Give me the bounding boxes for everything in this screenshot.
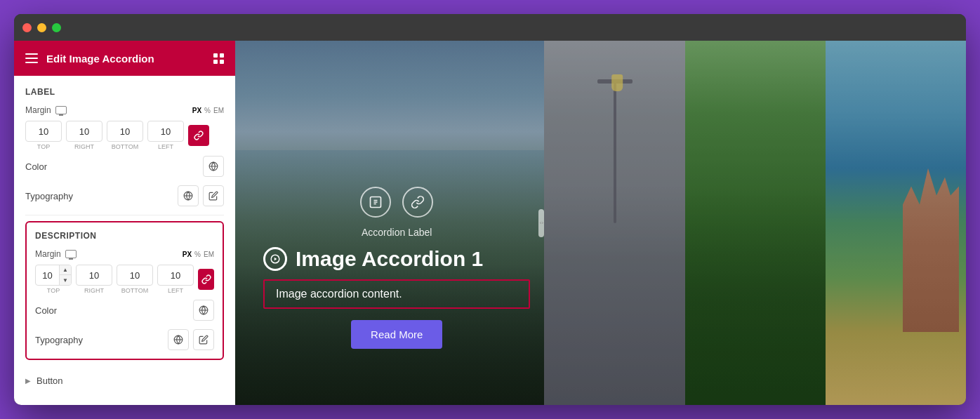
main-area: Edit Image Accordion Label Margin <box>14 41 966 405</box>
desc-margin-right-label: RIGHT <box>84 287 104 294</box>
label-margin-label: Margin <box>25 105 67 115</box>
accordion-panel-3 <box>685 41 826 405</box>
label-margin-top-input[interactable] <box>25 121 62 142</box>
button-section[interactable]: ▶ Button <box>25 368 224 393</box>
label-margin-inputs: TOP RIGHT BOTTOM LEFT <box>25 121 224 150</box>
sidebar-title: Edit Image Accordion <box>46 53 154 65</box>
label-margin-bottom-label: BOTTOM <box>112 143 138 150</box>
accordion-label: Accordion Label <box>362 227 432 238</box>
label-margin-row: Margin PX % EM <box>25 105 224 115</box>
desc-unit-px[interactable]: PX <box>183 251 192 258</box>
label-margin-left-group: LEFT <box>147 121 184 150</box>
label-color-controls <box>203 156 224 177</box>
desc-margin-link-button[interactable] <box>198 269 214 290</box>
label-margin-top-group: TOP <box>25 121 62 150</box>
label-margin-left-label: LEFT <box>158 143 173 150</box>
label-divider <box>25 215 224 215</box>
unit-em[interactable]: EM <box>213 107 224 114</box>
desc-stepper-up[interactable]: ▲ <box>60 265 71 275</box>
label-typography-row: Typography <box>25 185 224 206</box>
desc-margin-label: Margin <box>35 249 77 259</box>
panel-main-content: Accordion Label Image Accordion 1 <box>263 187 530 349</box>
desc-typography-controls <box>168 329 214 350</box>
maximize-button[interactable] <box>52 23 61 32</box>
label-margin-link-button[interactable] <box>188 125 209 146</box>
close-button[interactable] <box>22 23 32 32</box>
desc-color-global-button[interactable] <box>193 300 214 321</box>
label-typography-edit-button[interactable] <box>203 185 224 206</box>
desc-typography-row: Typography <box>35 329 214 350</box>
desc-color-controls <box>193 300 214 321</box>
desc-unit-em[interactable]: EM <box>204 251 214 258</box>
label-margin-top-label: TOP <box>37 143 50 150</box>
desc-margin-bottom-label: BOTTOM <box>121 287 148 294</box>
sidebar-content: Label Margin PX % EM <box>14 76 235 404</box>
accordion-title-row: Image Accordion 1 <box>263 247 530 271</box>
desc-margin-label-text: Margin <box>35 249 61 259</box>
accordion-panel-4 <box>826 41 966 405</box>
desc-stepper-down[interactable]: ▼ <box>60 275 71 285</box>
description-section: Description Margin PX % EM <box>25 221 224 360</box>
lamp-head <box>611 74 623 91</box>
unit-percent[interactable]: % <box>204 107 211 114</box>
desc-margin-right-group: RIGHT <box>76 265 112 294</box>
desc-margin-top-value: 10 <box>36 270 59 281</box>
label-margin-units: PX % EM <box>192 107 224 114</box>
preview-area: Accordion Label Image Accordion 1 <box>235 41 966 405</box>
titlebar <box>14 14 966 41</box>
desc-typography-edit-button[interactable] <box>193 329 214 350</box>
read-more-button[interactable]: Read More <box>351 320 442 349</box>
read-more-container: Read More <box>263 320 530 349</box>
accordion-icon-edit[interactable] <box>360 187 391 218</box>
label-section-title: Label <box>25 87 224 97</box>
button-section-chevron: ▶ <box>25 377 31 385</box>
label-typography-controls <box>178 185 224 206</box>
label-typography-label: Typography <box>25 191 73 201</box>
accordion-title: Image Accordion 1 <box>296 247 483 271</box>
desc-stepper-buttons: ▲ ▼ <box>59 265 71 285</box>
accordion-content-text: Image accordion content. <box>276 288 402 300</box>
label-color-global-button[interactable] <box>203 156 224 177</box>
desc-margin-top-label: TOP <box>47 287 60 294</box>
accordion-content-box: Image accordion content. <box>263 279 530 309</box>
panel-4-overlay <box>826 41 966 405</box>
label-margin-left-input[interactable] <box>147 121 184 142</box>
desc-margin-top-group: 10 ▲ ▼ TOP <box>35 265 72 294</box>
label-typography-global-button[interactable] <box>178 185 199 206</box>
play-icon[interactable] <box>263 247 287 271</box>
desc-typography-label: Typography <box>35 335 83 345</box>
margin-label-text: Margin <box>25 105 51 115</box>
desc-margin-row: Margin PX % EM <box>35 249 214 259</box>
desc-margin-top-stepper[interactable]: 10 ▲ ▼ <box>35 265 72 286</box>
minimize-button[interactable] <box>37 23 46 32</box>
desc-monitor-icon <box>65 250 77 258</box>
label-margin-right-label: RIGHT <box>74 143 94 150</box>
accordion-icon-link[interactable] <box>402 187 433 218</box>
label-margin-bottom-input[interactable] <box>107 121 143 142</box>
label-color-label: Color <box>25 161 47 172</box>
unit-px[interactable]: PX <box>192 107 201 114</box>
desc-unit-percent[interactable]: % <box>194 251 201 258</box>
desc-margin-bottom-input[interactable] <box>117 265 153 286</box>
grid-menu-icon[interactable] <box>213 53 224 64</box>
accordion-panel-main: Accordion Label Image Accordion 1 <box>235 41 544 405</box>
label-margin-bottom-group: BOTTOM <box>107 121 143 150</box>
traffic-lights <box>22 23 61 32</box>
resize-handle[interactable] <box>538 209 544 237</box>
desc-margin-inputs: 10 ▲ ▼ TOP RIGHT <box>35 265 214 294</box>
app-window: Edit Image Accordion Label Margin <box>14 14 966 405</box>
desc-margin-left-input[interactable] <box>157 265 194 286</box>
sidebar: Edit Image Accordion Label Margin <box>14 41 235 405</box>
sidebar-header: Edit Image Accordion <box>14 41 235 76</box>
desc-color-label: Color <box>35 305 57 316</box>
sidebar-header-left: Edit Image Accordion <box>25 53 154 65</box>
monitor-icon <box>55 106 67 114</box>
accordion-panel-2 <box>544 41 684 405</box>
label-color-row: Color <box>25 156 224 177</box>
panel-3-overlay <box>685 41 826 405</box>
desc-margin-bottom-group: BOTTOM <box>117 265 153 294</box>
label-margin-right-input[interactable] <box>66 121 102 142</box>
desc-typography-global-button[interactable] <box>168 329 189 350</box>
desc-margin-right-input[interactable] <box>76 265 112 286</box>
hamburger-icon[interactable] <box>25 53 38 63</box>
